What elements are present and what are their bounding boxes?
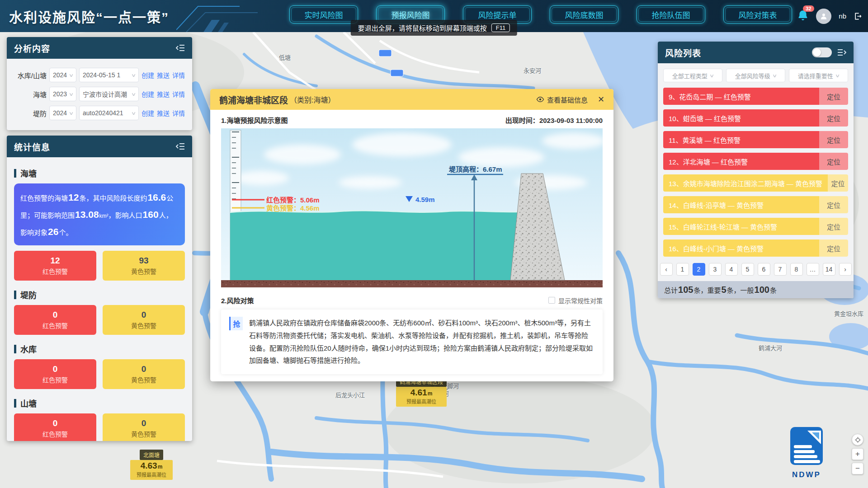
page-button[interactable]: 5 (741, 263, 754, 276)
zoom-out-button[interactable]: − (852, 463, 863, 474)
analysis-row: 海塘 2023∨ 宁波市设计高潮∨ 创建 推送 详情 (11, 87, 188, 101)
risk-list-toggle[interactable] (812, 47, 832, 57)
collapse-panel-icon[interactable] (176, 143, 185, 150)
crest-elevation-label: 堤顶高程：6.67m (449, 165, 502, 173)
warning-cards: 0 红色预警 0 黄色预警 (14, 359, 185, 389)
risk-level-select[interactable]: 全部风险等级∨ (726, 69, 785, 82)
tide-marker[interactable]: 北面塘 4.63m 预报最高潮位 (130, 450, 173, 480)
nav-button[interactable]: 实时风险图 (289, 5, 358, 23)
notifications-button[interactable]: 32 (797, 9, 809, 23)
push-link[interactable]: 推送 (157, 108, 170, 117)
risk-list-item[interactable]: 14、白峰线-沿亭塘 — 黄色预警 定位 (663, 196, 848, 213)
year-select[interactable]: 2024∨ (49, 68, 76, 82)
nav-button[interactable]: 抢险队伍图 (637, 5, 705, 23)
collapse-panel-icon[interactable] (176, 44, 185, 52)
push-link[interactable]: 推送 (157, 89, 170, 99)
collapse-panel-icon[interactable] (837, 49, 846, 56)
risk-list-item[interactable]: 15、白峰轮江线-轮江塘 — 黄色预警 定位 (663, 218, 848, 235)
red-warning-count: 12 (50, 256, 60, 266)
tide-marker-value: 4.61m 预报最高潮位 (396, 387, 447, 407)
countermeasure-card: 抢 鹤浦镇人民政府在镇政府仓库储备麻袋2000条、无纺布600㎡、砂石料100m… (221, 310, 603, 374)
year-select[interactable]: 2024∨ (49, 106, 76, 120)
create-link[interactable]: 创建 (142, 70, 154, 80)
chevron-down-icon: ∨ (772, 73, 778, 78)
locate-icon (854, 436, 861, 443)
detail-link[interactable]: 详情 (172, 70, 185, 80)
project-type-select[interactable]: 全部工程类型∨ (663, 69, 722, 82)
stat-section: 海塘 红色预警的海塘12条，其中风险段长度约16.6公里；可能影响范围13.08… (14, 167, 185, 281)
year-select[interactable]: 2023∨ (49, 87, 76, 101)
scheme-select[interactable]: 宁波市设计高潮∨ (79, 87, 139, 101)
username: nb (839, 12, 846, 20)
countermeasure-text: 鹤浦镇人民政府在镇政府仓库储备麻袋2000条、无纺布600㎡、砂石料100m³、… (249, 317, 594, 367)
push-link[interactable]: 推送 (157, 70, 170, 80)
diagram-water (230, 211, 538, 280)
scheme-select[interactable]: 2024-05-15 1∨ (79, 68, 139, 82)
checkbox[interactable] (548, 297, 555, 304)
page-button[interactable]: 3 (709, 263, 722, 276)
next-page-button[interactable]: › (839, 263, 852, 276)
detail-link[interactable]: 详情 (172, 108, 185, 117)
stat-summary: 红色预警的海塘12条，其中风险段长度约16.6公里；可能影响范围13.08km²… (14, 183, 185, 245)
importance-select[interactable]: 请选择重要性∨ (789, 69, 848, 82)
locate-button[interactable]: 定位 (819, 88, 848, 105)
page-button[interactable]: 6 (758, 263, 770, 276)
risk-list-item[interactable]: 11、黄溪塘 — 红色预警 定位 (663, 131, 848, 148)
avatar[interactable] (816, 9, 831, 24)
title-bar (14, 169, 16, 178)
page-button[interactable]: 8 (790, 263, 803, 276)
title-bar (14, 291, 16, 299)
user-icon (819, 12, 828, 21)
show-regular-countermeasures[interactable]: 显示常规性对策 (548, 296, 603, 305)
view-basic-info-button[interactable]: 查看基础信息 (536, 95, 588, 104)
page-button[interactable]: 14 (823, 263, 835, 276)
create-link[interactable]: 创建 (142, 108, 154, 117)
locate-button[interactable]: 定位 (819, 131, 848, 148)
tide-marker-caption: 预报最高潮位 (400, 398, 443, 405)
page-button[interactable]: 7 (774, 263, 787, 276)
checkbox-label: 显示常规性对策 (558, 296, 603, 305)
risk-list-item[interactable]: 9、花岙岛二期 — 红色预警 定位 (663, 88, 848, 105)
nav-button[interactable]: 风险底数图 (550, 5, 618, 23)
stats-panel: 统计信息 海塘 红色预警的海塘12条，其中风险段长度约16.6公里；可能影响范围… (7, 136, 192, 441)
red-warning-label: 红色预警 (42, 429, 68, 438)
page-button[interactable]: 2 (693, 263, 705, 276)
warning-cards: 12 红色预警 93 黄色预警 (14, 251, 185, 281)
yellow-warning-label: 黄色预警：4.56m (266, 204, 320, 212)
nav-button[interactable]: 风险对策表 (723, 5, 792, 23)
risk-list-item[interactable]: 16、白峰线-小门塘 — 黄色预警 定位 (663, 239, 848, 257)
map-controls: + − (852, 434, 863, 474)
red-warning-card: 0 红色预警 (14, 413, 96, 441)
risk-item-label: 16、白峰线-小门塘 — 黄色预警 (669, 244, 764, 253)
filter-label: 请选择重要性 (798, 71, 833, 80)
zoom-in-button[interactable]: + (852, 448, 863, 460)
yellow-warning-label: 黄色预警 (131, 429, 156, 438)
page-button[interactable]: 1 (676, 263, 689, 276)
fullscreen-toast: 要退出全屏，请将鼠标移动到屏幕顶端或按 F11 (351, 20, 517, 36)
locate-button[interactable]: 定位 (819, 109, 848, 127)
analysis-row: 水库/山塘 2024∨ 2024-05-15 1∨ 创建 推送 详情 (11, 68, 188, 82)
locate-button[interactable]: 定位 (819, 239, 848, 257)
risk-list-item[interactable]: 13、余姚市海塘除险治江围涂二期海塘 — 黄色预警 定位 (663, 174, 848, 192)
modal-title: 鹤浦海塘非城区段 (219, 94, 288, 106)
analysis-panel-header: 分析内容 (7, 37, 192, 59)
locate-button[interactable]: 定位 (819, 196, 848, 213)
detail-link[interactable]: 详情 (172, 89, 185, 99)
locate-button[interactable]: 定位 (819, 153, 848, 170)
map-place-label: 后龙头小江 (335, 390, 365, 399)
risk-list-item[interactable]: 10、蚶岙塘 — 红色预警 定位 (663, 109, 848, 127)
locate-button[interactable]: 定位 (828, 174, 848, 192)
logout-icon[interactable] (854, 12, 863, 21)
close-icon[interactable]: ✕ (598, 94, 604, 104)
scheme-select[interactable]: auto20240421∨ (79, 106, 139, 120)
locate-button[interactable]: 定位 (819, 218, 848, 235)
create-link[interactable]: 创建 (142, 89, 154, 99)
map-place-label: 低塘 (279, 53, 291, 61)
modal-body: 1.海塘预报风险示意图 出现时间：2023-09-03 11:00:00 (210, 110, 613, 381)
water-level-value: 4.59m (415, 196, 435, 203)
risk-list-item[interactable]: 12、洋北海塘 — 红色预警 定位 (663, 153, 848, 170)
prev-page-button[interactable]: ‹ (660, 263, 673, 276)
page-button[interactable]: 4 (725, 263, 738, 276)
page-button[interactable]: … (807, 263, 819, 276)
locate-button[interactable] (852, 434, 863, 446)
